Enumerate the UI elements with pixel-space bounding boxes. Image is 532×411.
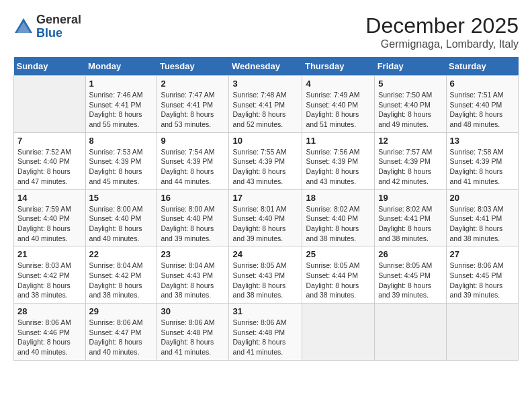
week-row-3: 14Sunrise: 7:59 AM Sunset: 4:40 PM Dayli…	[14, 189, 519, 246]
day-number: 18	[306, 193, 371, 203]
day-number: 24	[232, 249, 298, 259]
day-info: Sunrise: 7:56 AM Sunset: 4:39 PM Dayligh…	[306, 147, 371, 187]
day-number: 8	[89, 136, 154, 146]
week-row-4: 21Sunrise: 8:03 AM Sunset: 4:42 PM Dayli…	[14, 246, 519, 304]
week-row-2: 7Sunrise: 7:52 AM Sunset: 4:40 PM Daylig…	[14, 132, 519, 189]
day-number: 13	[450, 136, 515, 146]
day-cell: 19Sunrise: 8:02 AM Sunset: 4:41 PM Dayli…	[375, 189, 446, 246]
day-info: Sunrise: 7:55 AM Sunset: 4:39 PM Dayligh…	[232, 147, 298, 187]
header-sunday: Sunday	[14, 57, 86, 76]
day-number: 30	[161, 306, 225, 316]
day-info: Sunrise: 7:46 AM Sunset: 4:41 PM Dayligh…	[89, 90, 154, 130]
day-cell: 14Sunrise: 7:59 AM Sunset: 4:40 PM Dayli…	[14, 189, 86, 246]
day-cell: 27Sunrise: 8:06 AM Sunset: 4:45 PM Dayli…	[446, 246, 519, 304]
day-cell: 23Sunrise: 8:04 AM Sunset: 4:43 PM Dayli…	[157, 246, 229, 304]
day-info: Sunrise: 8:03 AM Sunset: 4:42 PM Dayligh…	[17, 261, 82, 300]
day-info: Sunrise: 8:01 AM Sunset: 4:40 PM Dayligh…	[232, 204, 298, 244]
day-number: 14	[17, 193, 82, 203]
day-number: 4	[306, 79, 371, 89]
day-cell: 26Sunrise: 8:05 AM Sunset: 4:45 PM Dayli…	[375, 246, 446, 304]
day-number: 23	[161, 249, 225, 259]
day-cell: 20Sunrise: 8:03 AM Sunset: 4:41 PM Dayli…	[446, 189, 519, 246]
day-cell: 16Sunrise: 8:00 AM Sunset: 4:40 PM Dayli…	[157, 189, 229, 246]
day-cell	[375, 304, 446, 361]
day-info: Sunrise: 7:48 AM Sunset: 4:41 PM Dayligh…	[232, 90, 298, 130]
week-row-1: 1Sunrise: 7:46 AM Sunset: 4:41 PM Daylig…	[14, 76, 519, 133]
day-cell: 28Sunrise: 8:06 AM Sunset: 4:46 PM Dayli…	[14, 304, 86, 361]
day-cell: 29Sunrise: 8:06 AM Sunset: 4:47 PM Dayli…	[85, 304, 157, 361]
day-cell	[14, 76, 86, 133]
calendar-subtitle: Germignaga, Lombardy, Italy	[365, 38, 519, 50]
day-info: Sunrise: 8:02 AM Sunset: 4:41 PM Dayligh…	[378, 204, 442, 244]
day-cell: 31Sunrise: 8:06 AM Sunset: 4:48 PM Dayli…	[229, 304, 302, 361]
day-number: 5	[378, 79, 442, 89]
day-info: Sunrise: 8:02 AM Sunset: 4:40 PM Dayligh…	[306, 204, 371, 244]
day-cell: 9Sunrise: 7:54 AM Sunset: 4:39 PM Daylig…	[157, 132, 229, 189]
day-number: 11	[306, 136, 371, 146]
header-thursday: Thursday	[302, 57, 375, 76]
day-info: Sunrise: 8:06 AM Sunset: 4:45 PM Dayligh…	[450, 261, 515, 300]
day-number: 15	[89, 193, 154, 203]
day-info: Sunrise: 7:52 AM Sunset: 4:40 PM Dayligh…	[17, 147, 82, 187]
day-cell: 12Sunrise: 7:57 AM Sunset: 4:39 PM Dayli…	[375, 132, 446, 189]
day-info: Sunrise: 8:04 AM Sunset: 4:43 PM Dayligh…	[161, 261, 225, 300]
day-info: Sunrise: 7:50 AM Sunset: 4:40 PM Dayligh…	[378, 90, 442, 130]
calendar-title: December 2025	[365, 13, 519, 38]
day-info: Sunrise: 8:00 AM Sunset: 4:40 PM Dayligh…	[161, 204, 225, 244]
day-number: 2	[161, 79, 225, 89]
day-number: 27	[450, 249, 515, 259]
day-number: 3	[232, 79, 298, 89]
day-number: 17	[232, 193, 298, 203]
logo: General Blue	[13, 13, 81, 40]
day-info: Sunrise: 8:05 AM Sunset: 4:45 PM Dayligh…	[378, 261, 442, 300]
day-info: Sunrise: 7:54 AM Sunset: 4:39 PM Dayligh…	[161, 147, 225, 187]
day-cell: 24Sunrise: 8:05 AM Sunset: 4:43 PM Dayli…	[229, 246, 302, 304]
day-number: 28	[17, 306, 82, 316]
day-info: Sunrise: 7:59 AM Sunset: 4:40 PM Dayligh…	[17, 204, 82, 244]
day-number: 19	[378, 193, 442, 203]
day-cell: 8Sunrise: 7:53 AM Sunset: 4:39 PM Daylig…	[85, 132, 157, 189]
day-cell: 4Sunrise: 7:49 AM Sunset: 4:40 PM Daylig…	[302, 76, 375, 133]
day-number: 25	[306, 249, 371, 259]
day-info: Sunrise: 7:49 AM Sunset: 4:40 PM Dayligh…	[306, 90, 371, 130]
day-info: Sunrise: 7:47 AM Sunset: 4:41 PM Dayligh…	[161, 90, 225, 130]
header-wednesday: Wednesday	[229, 57, 302, 76]
day-info: Sunrise: 8:00 AM Sunset: 4:40 PM Dayligh…	[89, 204, 154, 244]
day-cell: 7Sunrise: 7:52 AM Sunset: 4:40 PM Daylig…	[14, 132, 86, 189]
day-number: 12	[378, 136, 442, 146]
week-row-5: 28Sunrise: 8:06 AM Sunset: 4:46 PM Dayli…	[14, 304, 519, 361]
day-cell: 3Sunrise: 7:48 AM Sunset: 4:41 PM Daylig…	[229, 76, 302, 133]
day-cell: 18Sunrise: 8:02 AM Sunset: 4:40 PM Dayli…	[302, 189, 375, 246]
day-cell: 10Sunrise: 7:55 AM Sunset: 4:39 PM Dayli…	[229, 132, 302, 189]
logo-icon	[13, 17, 34, 37]
day-number: 29	[89, 306, 154, 316]
day-info: Sunrise: 8:06 AM Sunset: 4:47 PM Dayligh…	[89, 318, 154, 357]
day-cell: 1Sunrise: 7:46 AM Sunset: 4:41 PM Daylig…	[85, 76, 157, 133]
day-number: 7	[17, 136, 82, 146]
day-info: Sunrise: 8:06 AM Sunset: 4:46 PM Dayligh…	[17, 318, 82, 357]
day-info: Sunrise: 7:53 AM Sunset: 4:39 PM Dayligh…	[89, 147, 154, 187]
header-monday: Monday	[85, 57, 157, 76]
day-number: 1	[89, 79, 154, 89]
header-friday: Friday	[375, 57, 446, 76]
day-info: Sunrise: 7:51 AM Sunset: 4:40 PM Dayligh…	[450, 90, 515, 130]
day-info: Sunrise: 8:05 AM Sunset: 4:44 PM Dayligh…	[306, 261, 371, 300]
day-info: Sunrise: 8:04 AM Sunset: 4:42 PM Dayligh…	[89, 261, 154, 300]
day-cell: 30Sunrise: 8:06 AM Sunset: 4:48 PM Dayli…	[157, 304, 229, 361]
day-cell	[446, 304, 519, 361]
day-number: 26	[378, 249, 442, 259]
day-cell: 5Sunrise: 7:50 AM Sunset: 4:40 PM Daylig…	[375, 76, 446, 133]
day-cell: 15Sunrise: 8:00 AM Sunset: 4:40 PM Dayli…	[85, 189, 157, 246]
day-info: Sunrise: 8:06 AM Sunset: 4:48 PM Dayligh…	[161, 318, 225, 357]
day-number: 20	[450, 193, 515, 203]
day-cell: 6Sunrise: 7:51 AM Sunset: 4:40 PM Daylig…	[446, 76, 519, 133]
day-number: 22	[89, 249, 154, 259]
page-header: General Blue December 2025 Germignaga, L…	[13, 13, 519, 50]
logo-general: General	[36, 13, 81, 27]
day-cell: 21Sunrise: 8:03 AM Sunset: 4:42 PM Dayli…	[14, 246, 86, 304]
logo-blue: Blue	[36, 27, 81, 40]
day-info: Sunrise: 8:06 AM Sunset: 4:48 PM Dayligh…	[232, 318, 298, 357]
day-cell: 13Sunrise: 7:58 AM Sunset: 4:39 PM Dayli…	[446, 132, 519, 189]
day-cell: 11Sunrise: 7:56 AM Sunset: 4:39 PM Dayli…	[302, 132, 375, 189]
day-info: Sunrise: 7:57 AM Sunset: 4:39 PM Dayligh…	[378, 147, 442, 187]
